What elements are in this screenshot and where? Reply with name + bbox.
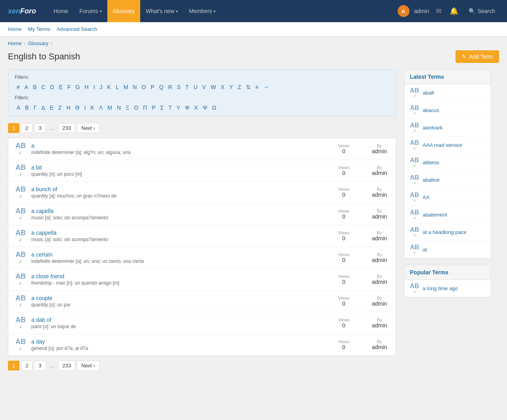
sub-nav-advanced-search[interactable]: Advanced Search <box>57 23 97 35</box>
list-item[interactable]: AB ✓ abbess <box>404 154 491 171</box>
filter-letter-P[interactable]: P <box>149 83 156 91</box>
list-item[interactable]: AB ✓ abatement <box>404 206 491 224</box>
filter-letter-Z[interactable]: Z <box>236 83 243 91</box>
filter-greek-Ξ[interactable]: Ξ <box>124 104 131 112</box>
breadcrumb-home[interactable]: Home <box>8 40 22 46</box>
next-page-button[interactable]: Next › <box>77 361 99 371</box>
admin-name[interactable]: admin <box>414 8 429 14</box>
list-item[interactable]: AB ✓ at <box>404 241 491 258</box>
nav-item-whats-new[interactable]: What's new ▾ <box>140 0 183 22</box>
breadcrumb-glossary[interactable]: Glossary <box>28 40 48 46</box>
list-item[interactable]: AB ✓ abacus <box>404 102 491 119</box>
filter-greek-Χ[interactable]: Χ <box>192 104 200 112</box>
filter-letter-Q[interactable]: Q <box>157 83 166 91</box>
filter-greek-Κ[interactable]: Κ <box>89 104 96 112</box>
filter-letter-L[interactable]: L <box>114 83 121 91</box>
avatar[interactable]: A <box>398 5 410 17</box>
term-name[interactable]: a bit <box>31 164 42 171</box>
filter-letter-J[interactable]: J <box>98 83 105 91</box>
filter-greek-Λ[interactable]: Λ <box>97 104 105 112</box>
filter-greek-Ω[interactable]: Ω <box>210 104 218 112</box>
filter-letter-W[interactable]: W <box>209 83 218 91</box>
sub-nav-my-terms[interactable]: My Terms <box>28 23 50 35</box>
page-button-2[interactable]: 2 <box>21 123 32 133</box>
list-item[interactable]: AB ✓ abaft <box>404 84 491 102</box>
filter-greek-Ζ[interactable]: Ζ <box>56 104 64 112</box>
bell-icon[interactable]: 🔔 <box>448 5 460 17</box>
list-item[interactable]: AB ✓ AAA road service <box>404 137 491 154</box>
term-name[interactable]: a certain <box>31 251 53 258</box>
filter-letter-D[interactable]: D <box>48 83 56 91</box>
filter-letter-R[interactable]: R <box>166 83 174 91</box>
filter-greek-Γ[interactable]: Γ <box>32 104 39 112</box>
filter-greek-Δ[interactable]: Δ <box>39 104 47 112</box>
filter-greek-Ν[interactable]: Ν <box>115 104 123 112</box>
filter-letter-B[interactable]: B <box>31 83 38 91</box>
page-button-3[interactable]: 3 <box>34 123 46 133</box>
filter-greek-Β[interactable]: Β <box>23 104 30 112</box>
term-name[interactable]: a dab of <box>31 317 51 323</box>
filter-letter-Y[interactable]: Y <box>227 83 235 91</box>
filter-letter-F[interactable]: F <box>65 83 73 91</box>
filter-greek-Μ[interactable]: Μ <box>105 104 114 112</box>
filter-letter-S[interactable]: S <box>175 83 183 91</box>
term-name[interactable]: a day <box>31 338 45 345</box>
mail-icon[interactable]: ✉ <box>434 5 443 17</box>
term-name[interactable]: a bunch of <box>31 186 57 192</box>
search-button[interactable]: 🔍 Search <box>465 6 499 17</box>
filter-letter-U[interactable]: U <box>192 83 200 91</box>
filter-greek-Ι[interactable]: Ι <box>82 104 88 112</box>
filter-letter-X[interactable]: X <box>219 83 226 91</box>
filter-greek-Ε[interactable]: Ε <box>48 104 55 112</box>
list-item[interactable]: AB ✓ abattoir <box>404 171 491 189</box>
filter-letter-K[interactable]: K <box>105 83 113 91</box>
filter-greek-Ρ[interactable]: Ρ <box>150 104 157 112</box>
term-name[interactable]: a close friend <box>31 273 64 279</box>
page-button-1[interactable]: 1 <box>8 123 19 133</box>
filter-letter-H[interactable]: H <box>83 83 91 91</box>
filter-greek-Θ[interactable]: Θ <box>73 104 82 112</box>
page-button-3[interactable]: 3 <box>34 361 46 371</box>
filter-greek-Ψ[interactable]: Ψ <box>201 104 210 112</box>
page-button-233[interactable]: 233 <box>58 361 76 371</box>
sub-nav-home[interactable]: Home <box>8 23 22 35</box>
page-button-233[interactable]: 233 <box>58 123 76 133</box>
filter-letter-E[interactable]: E <box>57 83 65 91</box>
filter-greek-Ο[interactable]: Ο <box>132 104 140 112</box>
filter-greek-Φ[interactable]: Φ <box>183 104 191 112</box>
filter-letter-A[interactable]: A <box>23 83 30 91</box>
logo[interactable]: xenForo <box>8 7 36 15</box>
filter-letter-O[interactable]: O <box>139 83 148 91</box>
filter-letter-C[interactable]: C <box>39 83 47 91</box>
filter-greek-Τ[interactable]: Τ <box>166 104 174 112</box>
filter-letter-V[interactable]: V <box>200 83 208 91</box>
term-name[interactable]: a <box>31 143 34 149</box>
add-term-button[interactable]: ✎ Add Term <box>456 50 499 63</box>
list-item[interactable]: AB ✓ aardvark <box>404 119 491 137</box>
term-name[interactable]: a capella <box>31 208 53 214</box>
filter-letter-I[interactable]: I <box>91 83 97 91</box>
filter-greek-Σ[interactable]: Σ <box>158 104 166 112</box>
list-item[interactable]: AB ✓ AA <box>404 189 491 206</box>
list-item[interactable]: AB ✓ at a headlong pace <box>404 224 491 241</box>
filter-special-icon[interactable]: ⇅ <box>244 83 253 91</box>
filter-greek-Π[interactable]: Π <box>141 104 149 112</box>
term-name[interactable]: a cappella <box>31 230 57 236</box>
nav-item-glossary[interactable]: Glossary <box>107 0 140 22</box>
next-page-button[interactable]: Next › <box>77 123 99 133</box>
filter-greek-Η[interactable]: Η <box>65 104 72 112</box>
filter-letter-G[interactable]: G <box>74 83 82 91</box>
nav-item-members[interactable]: Members ▾ <box>183 0 221 22</box>
filter-letter-#[interactable]: # <box>15 83 22 91</box>
filter-letter-T[interactable]: T <box>183 83 191 91</box>
filter-letter-M[interactable]: M <box>122 83 130 91</box>
nav-item-home[interactable]: Home <box>48 0 74 22</box>
page-button-1[interactable]: 1 <box>8 361 19 371</box>
page-button-2[interactable]: 2 <box>21 361 32 371</box>
list-item[interactable]: AB ✓ a long time ago <box>404 280 491 297</box>
filter-letter-N[interactable]: N <box>131 83 139 91</box>
filter-special-icon[interactable]: ≡ <box>254 83 261 91</box>
term-name[interactable]: a couple <box>31 295 52 301</box>
filter-special-icon[interactable]: → <box>261 83 271 91</box>
nav-item-forums[interactable]: Forums ▾ <box>74 0 107 22</box>
